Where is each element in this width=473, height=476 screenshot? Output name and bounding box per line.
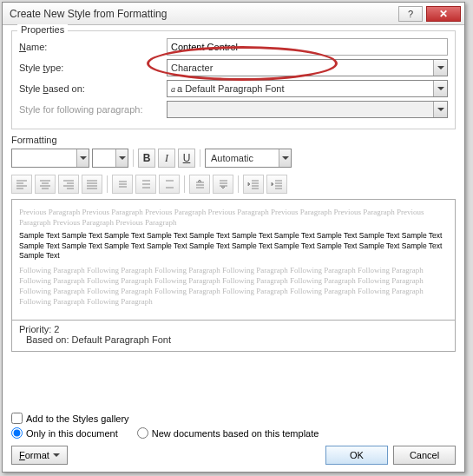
style-type-label: Style type: xyxy=(19,63,167,73)
style-based-on-value: a Default Paragraph Font xyxy=(177,83,285,94)
new-documents-radio[interactable] xyxy=(137,427,148,439)
chevron-down-icon xyxy=(115,149,128,167)
following-paragraph-combo xyxy=(167,101,448,118)
bold-button[interactable]: B xyxy=(138,149,155,168)
preview-pane: Previous Paragraph Previous Paragraph Pr… xyxy=(11,199,456,321)
line-spacing-1-button[interactable] xyxy=(112,175,133,194)
based-on-line: Based on: Default Paragraph Font xyxy=(19,334,448,345)
chevron-down-icon xyxy=(433,60,447,76)
properties-legend: Properties xyxy=(17,24,68,35)
name-label: Name: xyxy=(19,42,167,52)
font-icon: a xyxy=(171,84,175,94)
style-based-on-combo[interactable]: a a Default Paragraph Font xyxy=(167,80,448,97)
format-button[interactable]: Format xyxy=(11,446,68,465)
align-center-button[interactable] xyxy=(35,175,56,194)
align-left-button[interactable] xyxy=(11,175,32,194)
line-spacing-15-button[interactable] xyxy=(135,175,156,194)
style-info-pane: Priority: 2 Based on: Default Paragraph … xyxy=(11,321,456,352)
font-color-combo[interactable]: Automatic xyxy=(205,149,292,168)
formatting-toolbar: B I U Automatic xyxy=(11,149,456,168)
increase-indent-button[interactable] xyxy=(266,175,287,194)
style-type-value: Character xyxy=(171,63,213,73)
preview-sample-text: Sample Text Sample Text Sample Text Samp… xyxy=(19,231,448,261)
italic-button[interactable]: I xyxy=(158,149,175,168)
chevron-down-icon xyxy=(433,102,447,117)
titlebar: Create New Style from Formatting ? ✕ xyxy=(3,3,464,25)
add-to-gallery-checkbox[interactable] xyxy=(11,413,23,424)
preview-following-text: Following Paragraph Following Paragraph … xyxy=(19,265,448,307)
help-button[interactable]: ? xyxy=(398,6,423,22)
properties-group: Properties Name: Style type: Character S… xyxy=(11,30,456,129)
font-size-combo[interactable] xyxy=(92,149,128,168)
dialog-footer: Add to the Styles gallery Only in this d… xyxy=(11,413,456,465)
name-input[interactable] xyxy=(167,38,448,56)
dialog-title: Create New Style from Formatting xyxy=(10,8,167,20)
cancel-button[interactable]: Cancel xyxy=(393,446,456,465)
formatting-legend: Formatting xyxy=(11,135,456,145)
new-documents-label: New documents based on this template xyxy=(152,428,319,439)
style-type-combo[interactable]: Character xyxy=(167,59,448,76)
create-style-dialog: Create New Style from Formatting ? ✕ Pro… xyxy=(2,2,465,473)
align-right-button[interactable] xyxy=(58,175,79,194)
ok-button[interactable]: OK xyxy=(325,446,388,465)
style-based-on-label: Style based on: xyxy=(19,83,167,94)
font-family-combo[interactable] xyxy=(11,149,89,168)
chevron-down-icon xyxy=(279,149,291,167)
paragraph-toolbar xyxy=(11,175,456,194)
chevron-down-icon xyxy=(76,149,89,167)
underline-button[interactable]: U xyxy=(178,149,195,168)
dialog-content: Properties Name: Style type: Character S… xyxy=(3,25,464,355)
priority-line: Priority: 2 xyxy=(19,324,448,334)
only-this-document-label: Only in this document xyxy=(26,428,118,439)
space-before-up-button[interactable] xyxy=(189,175,210,194)
chevron-down-icon xyxy=(433,81,447,96)
space-before-down-button[interactable] xyxy=(213,175,233,194)
chevron-down-icon xyxy=(53,453,60,460)
preview-previous-text: Previous Paragraph Previous Paragraph Pr… xyxy=(19,207,448,228)
following-paragraph-label: Style for following paragraph: xyxy=(19,104,167,115)
font-color-value: Automatic xyxy=(211,153,253,163)
close-button[interactable]: ✕ xyxy=(426,6,461,22)
align-justify-button[interactable] xyxy=(82,175,102,194)
only-this-document-radio[interactable] xyxy=(11,427,23,439)
line-spacing-2-button[interactable] xyxy=(159,175,180,194)
add-to-gallery-label: Add to the Styles gallery xyxy=(26,413,129,424)
decrease-indent-button[interactable] xyxy=(243,175,264,194)
